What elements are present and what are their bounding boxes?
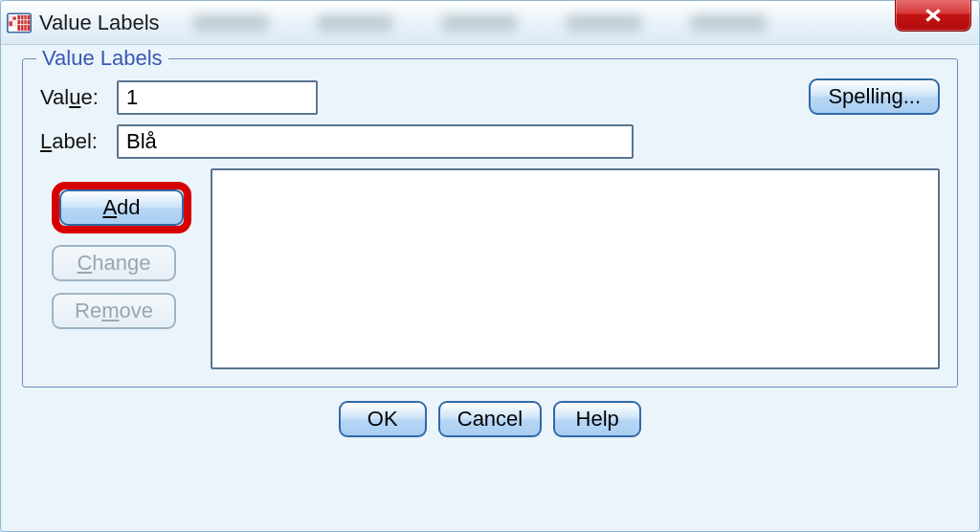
svg-rect-9 bbox=[9, 16, 11, 21]
close-button[interactable] bbox=[895, 0, 971, 32]
titlebar: Value Labels bbox=[1, 1, 979, 45]
label-row: Label: bbox=[40, 124, 940, 159]
add-button-highlight: Add bbox=[52, 182, 191, 233]
dialog-footer: OK Cancel Help bbox=[22, 401, 958, 437]
label-input[interactable] bbox=[117, 124, 634, 159]
cancel-button[interactable]: Cancel bbox=[438, 401, 542, 437]
remove-button: Remove bbox=[52, 293, 176, 329]
list-manage-area: Add Change Remove bbox=[40, 168, 940, 369]
svg-rect-10 bbox=[13, 19, 16, 26]
groupbox-legend: Value Labels bbox=[36, 46, 168, 71]
help-button[interactable]: Help bbox=[553, 401, 641, 437]
spelling-button[interactable]: Spelling... bbox=[809, 78, 940, 115]
ok-button[interactable]: OK bbox=[339, 401, 427, 437]
value-input[interactable] bbox=[117, 80, 318, 115]
change-button: Change bbox=[52, 245, 176, 281]
titlebar-blur-decoration bbox=[192, 4, 767, 42]
value-field-label: Value: bbox=[40, 85, 117, 110]
app-icon bbox=[7, 11, 32, 35]
client-area: Value Labels Spelling... Value: Label: A… bbox=[1, 45, 979, 449]
label-field-label: Label: bbox=[40, 129, 117, 154]
list-manage-buttons: Add Change Remove bbox=[40, 168, 191, 369]
window-title: Value Labels bbox=[39, 11, 160, 35]
close-icon bbox=[923, 7, 944, 24]
value-row: Value: bbox=[40, 80, 940, 115]
value-labels-dialog: Value Labels Value Labels Spelling... Va… bbox=[0, 0, 980, 532]
add-button[interactable]: Add bbox=[59, 189, 184, 226]
value-labels-listbox[interactable] bbox=[211, 168, 940, 369]
value-labels-group: Value Labels Spelling... Value: Label: A… bbox=[22, 58, 958, 388]
